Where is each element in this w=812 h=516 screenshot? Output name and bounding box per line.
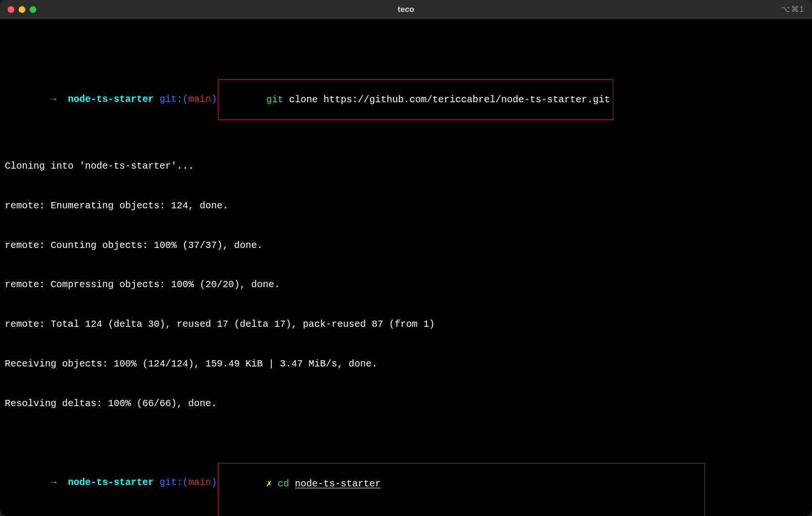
prompt-line: → node-ts-starter git:(main) git clone h… xyxy=(5,79,807,120)
prompt-git-close: ) xyxy=(211,477,217,488)
prompt-git-label: git:( xyxy=(160,94,188,105)
output-line: remote: Total 124 (delta 30), reused 17 … xyxy=(5,318,807,331)
prompt-dir: node-ts-starter xyxy=(68,477,154,488)
output-line: Receiving objects: 100% (124/124), 159.4… xyxy=(5,357,807,371)
highlight-box-setup: ✗ cd node-ts-starter cp .env.example .en… xyxy=(218,463,705,516)
output-line: remote: Enumerating objects: 124, done. xyxy=(5,199,807,213)
output-line: Resolving deltas: 100% (66/66), done. xyxy=(5,397,807,410)
zoom-button[interactable] xyxy=(30,6,36,13)
cmd-bin: cd xyxy=(278,478,289,489)
prompt-branch: main xyxy=(188,477,211,488)
titlebar: teco ⌥⌘1 xyxy=(0,0,812,19)
prompt-git-label: git:( xyxy=(160,477,188,488)
prompt-dir: node-ts-starter xyxy=(68,94,154,105)
output-line: remote: Counting objects: 100% (37/37), … xyxy=(5,239,807,252)
output-line: Cloning into 'node-ts-starter'... xyxy=(5,160,807,173)
prompt-branch: main xyxy=(188,94,211,105)
traffic-lights xyxy=(8,6,36,13)
highlight-box-clone: git clone https://github.com/tericcabrel… xyxy=(218,79,613,120)
prompt-arrow-icon: → xyxy=(51,94,56,105)
output-line: remote: Compressing objects: 100% (20/20… xyxy=(5,278,807,291)
window-title: teco xyxy=(0,4,812,15)
prompt-dirty-icon: ✗ xyxy=(266,478,272,489)
cmd-arg: node-ts-starter xyxy=(295,478,381,489)
cmd-args: clone https://github.com/tericcabrel/nod… xyxy=(289,94,610,105)
prompt-arrow-icon: → xyxy=(51,477,56,488)
window-hotkey-hint: ⌥⌘1 xyxy=(781,4,804,15)
terminal-body[interactable]: → node-ts-starter git:(main) git clone h… xyxy=(0,19,812,516)
prompt-line-group: → node-ts-starter git:(main) → node-ts-s… xyxy=(5,463,807,516)
terminal-window: teco ⌥⌘1 → node-ts-starter git:(main) gi… xyxy=(0,0,812,516)
cmd-bin: git xyxy=(266,94,283,105)
prompt-git-close: ) xyxy=(211,94,217,105)
close-button[interactable] xyxy=(8,6,14,13)
minimize-button[interactable] xyxy=(19,6,25,13)
